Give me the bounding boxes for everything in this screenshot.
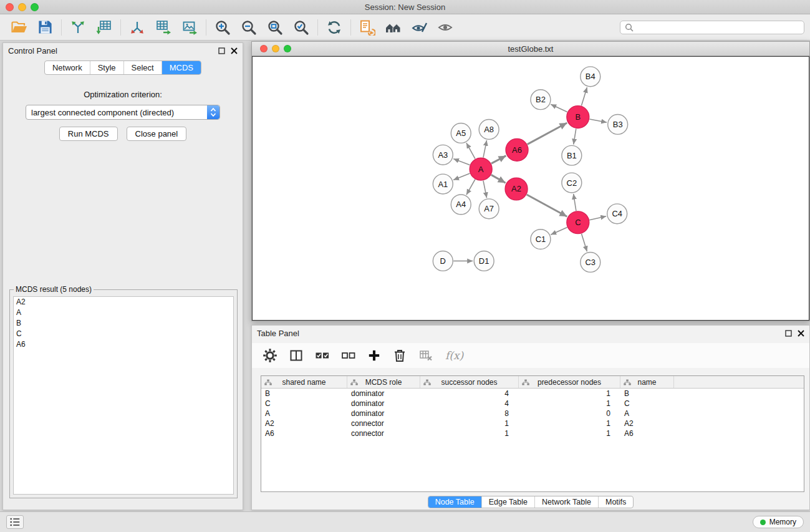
- network-zoom-button[interactable]: [284, 45, 291, 52]
- edge-C-C4[interactable]: [589, 216, 606, 220]
- table-cell[interactable]: C: [620, 399, 674, 408]
- edge-B-B4[interactable]: [581, 87, 587, 105]
- memory-button[interactable]: Memory: [753, 516, 804, 528]
- table-cell[interactable]: connector: [347, 429, 420, 438]
- table-cell[interactable]: 1: [519, 389, 620, 398]
- show-panel-list-button[interactable]: [6, 515, 24, 529]
- table-cell[interactable]: 0: [519, 409, 620, 418]
- edge-A-A5[interactable]: [466, 143, 475, 158]
- edge-B-B3[interactable]: [589, 119, 607, 122]
- float-table-panel-button[interactable]: [785, 330, 792, 337]
- table-tab-edge-table[interactable]: Edge Table: [481, 496, 534, 508]
- node-A8[interactable]: A8: [479, 120, 499, 140]
- edge-A-A2[interactable]: [491, 175, 506, 183]
- table-cell[interactable]: 4: [420, 389, 519, 398]
- table-cell[interactable]: 1: [519, 419, 620, 428]
- show-columns-button[interactable]: [289, 349, 303, 362]
- table-cell[interactable]: dominator: [347, 399, 420, 408]
- edge-B-B2[interactable]: [551, 104, 567, 112]
- zoom-in-button[interactable]: [210, 17, 236, 38]
- table-cell[interactable]: A6: [620, 429, 674, 438]
- delete-column-button[interactable]: [393, 349, 407, 362]
- open-session-button[interactable]: [6, 17, 32, 38]
- table-settings-button[interactable]: [263, 349, 277, 362]
- network-minimize-button[interactable]: [272, 45, 279, 52]
- node-D1[interactable]: D1: [474, 251, 494, 271]
- node-A3[interactable]: A3: [433, 145, 453, 165]
- node-C4[interactable]: C4: [607, 204, 627, 224]
- search-input[interactable]: [636, 22, 799, 32]
- table-cell[interactable]: A2: [261, 419, 347, 428]
- column-header-predecessor-nodes[interactable]: predecessor nodes: [519, 376, 620, 388]
- table-cell[interactable]: 4: [420, 399, 519, 408]
- function-builder-button[interactable]: f(x): [445, 349, 463, 362]
- table-tab-motifs[interactable]: Motifs: [598, 496, 633, 508]
- select-all-button[interactable]: [316, 349, 329, 362]
- table-cell[interactable]: 8: [420, 409, 519, 418]
- tab-style[interactable]: Style: [90, 61, 123, 74]
- node-B3[interactable]: B3: [608, 115, 628, 135]
- table-row[interactable]: Adominator80A: [261, 409, 804, 418]
- close-table-panel-button[interactable]: [798, 330, 804, 337]
- table-cell[interactable]: B: [620, 389, 674, 398]
- tab-mcds[interactable]: MCDS: [162, 61, 201, 74]
- network-close-button[interactable]: [260, 45, 268, 52]
- import-table-button[interactable]: [91, 17, 117, 38]
- tab-select[interactable]: Select: [123, 61, 162, 74]
- table-cell[interactable]: A: [261, 409, 347, 418]
- graphics-details-button[interactable]: [407, 17, 433, 38]
- edge-A-A1[interactable]: [453, 173, 470, 180]
- float-panel-button[interactable]: [218, 47, 225, 54]
- node-A7[interactable]: A7: [479, 199, 499, 219]
- refresh-view-button[interactable]: [321, 17, 347, 38]
- node-A6[interactable]: A6: [506, 138, 528, 161]
- edge-A-A6[interactable]: [491, 156, 506, 164]
- network-canvas[interactable]: AA1A2A3A4A5A6A7A8BB1B2B3B4CC1C2C3C4DD1: [252, 56, 809, 321]
- network-graph[interactable]: AA1A2A3A4A5A6A7A8BB1B2B3B4CC1C2C3C4DD1: [253, 57, 809, 320]
- node-A2[interactable]: A2: [505, 178, 528, 200]
- table-cell[interactable]: 1: [519, 429, 620, 438]
- close-panel-icon-button[interactable]: [231, 47, 238, 54]
- edge-A-A7[interactable]: [483, 181, 487, 198]
- table-row[interactable]: A6connector11A6: [261, 428, 804, 438]
- run-mcds-button[interactable]: Run MCDS: [59, 127, 118, 141]
- table-cell[interactable]: A2: [620, 419, 674, 428]
- table-row[interactable]: Bdominator41B: [261, 389, 804, 399]
- node-A5[interactable]: A5: [451, 123, 471, 143]
- mcds-result-list[interactable]: A2ABCA6: [13, 296, 234, 495]
- table-cell[interactable]: A6: [261, 429, 347, 438]
- node-B[interactable]: B: [567, 106, 589, 128]
- edge-A2-C[interactable]: [527, 195, 567, 216]
- table-cell[interactable]: dominator: [347, 389, 420, 398]
- apply-layout-button[interactable]: [354, 17, 380, 38]
- table-tab-network-table[interactable]: Network Table: [534, 496, 598, 508]
- table-cell[interactable]: 1: [519, 399, 620, 408]
- import-network-button[interactable]: [65, 17, 91, 38]
- table-cell[interactable]: connector: [347, 419, 420, 428]
- node-B4[interactable]: B4: [581, 67, 600, 87]
- zoom-out-button[interactable]: [236, 17, 262, 38]
- column-header-mcds-role[interactable]: MCDS role: [347, 376, 420, 388]
- node-B1[interactable]: B1: [562, 145, 582, 165]
- table-cell[interactable]: 1: [420, 419, 519, 428]
- mcds-result-item[interactable]: B: [14, 318, 233, 329]
- node-A1[interactable]: A1: [433, 174, 453, 194]
- table-cell[interactable]: 1: [420, 429, 519, 438]
- table-row[interactable]: Cdominator41C: [261, 399, 804, 409]
- tab-network[interactable]: Network: [45, 61, 90, 74]
- birdseye-view-button[interactable]: [433, 17, 459, 38]
- criterion-dropdown[interactable]: largest connected component (directed): [26, 105, 220, 120]
- search-field[interactable]: [620, 21, 804, 34]
- node-A4[interactable]: A4: [451, 195, 471, 215]
- node-C1[interactable]: C1: [531, 230, 551, 249]
- node-C2[interactable]: C2: [562, 173, 582, 193]
- column-header-name[interactable]: name: [620, 376, 674, 388]
- zoom-selected-button[interactable]: [288, 17, 314, 38]
- edge-C-C2[interactable]: [574, 194, 576, 211]
- column-header-successor-nodes[interactable]: successor nodes: [420, 376, 519, 388]
- mcds-result-item[interactable]: A6: [14, 339, 233, 350]
- table-row[interactable]: A2connector11A2: [261, 418, 804, 428]
- table-tab-node-table[interactable]: Node Table: [428, 496, 481, 508]
- export-network-button[interactable]: [124, 17, 150, 38]
- delete-table-button[interactable]: [419, 349, 433, 362]
